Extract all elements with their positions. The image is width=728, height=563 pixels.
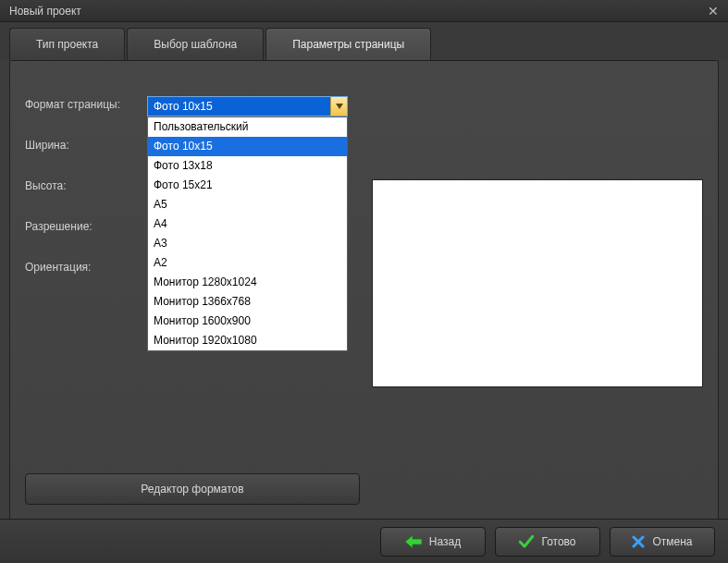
format-option[interactable]: A3 — [148, 234, 347, 253]
cancel-button[interactable]: Отмена — [610, 527, 715, 557]
label-height: Высота: — [25, 179, 120, 192]
tab-template[interactable]: Выбор шаблона — [127, 28, 264, 60]
close-icon[interactable]: ✕ — [704, 4, 722, 18]
bottom-bar: Назад Готово Отмена — [0, 519, 728, 563]
label-orientation: Ориентация: — [25, 261, 120, 274]
format-option[interactable]: Пользовательский — [148, 117, 347, 137]
page-params-panel: Формат страницы: Ширина: Высота: Разреше… — [9, 60, 719, 520]
format-option[interactable]: Фото 10x15 — [148, 137, 347, 156]
arrow-left-icon — [405, 535, 422, 548]
window-title: Новый проект — [9, 5, 81, 18]
check-icon — [519, 535, 534, 548]
title-bar: Новый проект ✕ — [0, 0, 728, 22]
tab-page-params[interactable]: Параметры страницы — [265, 28, 431, 60]
done-button[interactable]: Готово — [495, 527, 600, 557]
format-option[interactable]: A5 — [148, 195, 347, 214]
tab-project-type[interactable]: Тип проекта — [9, 28, 125, 60]
format-option[interactable]: Монитор 1366x768 — [148, 292, 347, 312]
format-option[interactable]: A2 — [148, 253, 347, 273]
cross-icon — [632, 535, 645, 548]
format-option[interactable]: Монитор 1600x900 — [148, 312, 347, 331]
format-combo[interactable]: Фото 10x15 — [147, 96, 348, 116]
format-combo-text: Фото 10x15 — [148, 97, 330, 116]
format-dropdown[interactable]: ПользовательскийФото 10x15Фото 13x18Фото… — [147, 116, 348, 351]
page-preview — [372, 179, 703, 387]
tab-bar: Тип проекта Выбор шаблона Параметры стра… — [0, 22, 728, 60]
format-option[interactable]: Монитор 1280x1024 — [148, 273, 347, 292]
format-option[interactable]: Монитор 1920x1080 — [148, 331, 347, 350]
format-option[interactable]: Фото 13x18 — [148, 156, 347, 176]
back-button[interactable]: Назад — [380, 527, 486, 557]
label-resolution: Разрешение: — [25, 220, 120, 233]
format-option[interactable]: A4 — [148, 214, 347, 234]
format-option[interactable]: Фото 15x21 — [148, 176, 347, 195]
format-editor-button[interactable]: Редактор форматов — [25, 473, 360, 505]
label-format: Формат страницы: — [25, 98, 120, 111]
labels-column: Формат страницы: Ширина: Высота: Разреше… — [25, 98, 120, 274]
dropdown-button-icon[interactable] — [330, 97, 347, 116]
label-width: Ширина: — [25, 139, 120, 152]
